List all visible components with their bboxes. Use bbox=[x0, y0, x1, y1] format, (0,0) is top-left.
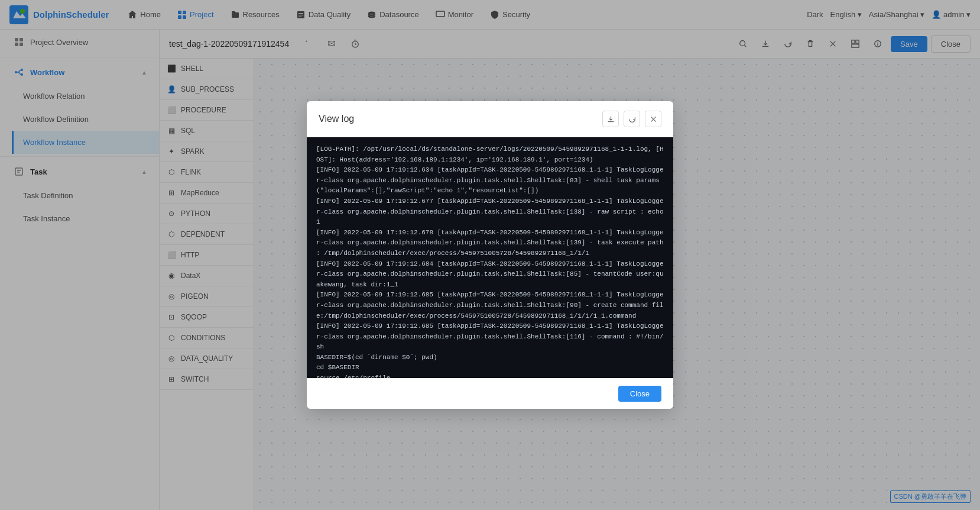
modal-download-button[interactable] bbox=[602, 111, 619, 127]
modal-footer: Close bbox=[307, 378, 673, 409]
modal-close-button[interactable]: Close bbox=[618, 386, 661, 402]
modal-body: [LOG-PATH]: /opt/usr/local/ds/standalone… bbox=[307, 137, 673, 378]
modal-header: View log bbox=[307, 101, 673, 137]
modal-close-x-button[interactable] bbox=[645, 111, 661, 127]
modal-refresh-button[interactable] bbox=[624, 111, 640, 127]
modal-header-icons bbox=[602, 111, 661, 127]
view-log-modal: View log [LOG-PATH]: /opt/usr/local/ds/s… bbox=[307, 101, 673, 409]
modal-title: View log bbox=[319, 114, 354, 124]
modal-overlay[interactable]: View log [LOG-PATH]: /opt/usr/local/ds/s… bbox=[0, 0, 980, 510]
log-content[interactable]: [LOG-PATH]: /opt/usr/local/ds/standalone… bbox=[307, 137, 673, 378]
